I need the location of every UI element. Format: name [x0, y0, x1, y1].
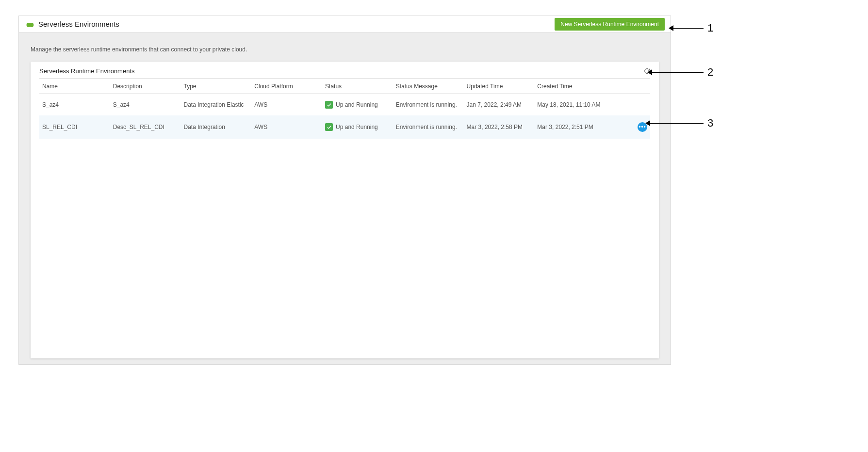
- annotation-callout-1: 1: [669, 22, 713, 34]
- cell-status: Up and Running: [322, 115, 393, 139]
- cell-cloud-platform: AWS: [251, 115, 322, 139]
- annotation-callout-2: 2: [647, 66, 713, 79]
- cell-status-message: Environment is running.: [393, 115, 464, 139]
- cell-created-time: May 18, 2021, 11:10 AM: [534, 94, 624, 116]
- cell-status-message: Environment is running.: [393, 94, 464, 116]
- panel-title: Serverless Runtime Environments: [39, 67, 135, 75]
- header-left: Serverless Environments: [26, 20, 119, 29]
- col-header-created-time[interactable]: Created Time: [534, 79, 624, 94]
- cell-description: Desc_SL_REL_CDI: [110, 115, 181, 139]
- cell-status: Up and Running: [322, 94, 393, 116]
- check-icon: [325, 101, 333, 109]
- new-environment-button[interactable]: New Serverless Runtime Environment: [555, 18, 665, 31]
- col-header-cloud-platform[interactable]: Cloud Platform: [251, 79, 322, 94]
- table-row[interactable]: SL_REL_CDI Desc_SL_REL_CDI Data Integrat…: [39, 115, 650, 139]
- col-header-status-message[interactable]: Status Message: [393, 79, 464, 94]
- col-header-name[interactable]: Name: [39, 79, 110, 94]
- content-area: Manage the serverless runtime environmen…: [19, 32, 671, 364]
- cell-description: S_az4: [110, 94, 181, 116]
- page-title: Serverless Environments: [38, 20, 119, 28]
- cell-type: Data Integration Elastic: [181, 94, 252, 116]
- page-subtitle: Manage the serverless runtime environmen…: [31, 46, 659, 53]
- app-frame: Serverless Environments New Serverless R…: [18, 16, 671, 365]
- col-header-status[interactable]: Status: [322, 79, 393, 94]
- cell-cloud-platform: AWS: [251, 94, 322, 116]
- cell-updated-time: Jan 7, 2022, 2:49 AM: [464, 94, 535, 116]
- serverless-icon: [26, 20, 34, 29]
- cell-actions: [624, 94, 650, 116]
- check-icon: [325, 123, 333, 131]
- table-header-row: Name Description Type Cloud Platform Sta…: [39, 79, 650, 94]
- environments-table: Name Description Type Cloud Platform Sta…: [39, 79, 650, 139]
- col-header-description[interactable]: Description: [110, 79, 181, 94]
- annotation-callout-3: 3: [645, 117, 713, 129]
- cell-type: Data Integration: [181, 115, 252, 139]
- svg-rect-2: [27, 23, 33, 24]
- panel-header: Serverless Runtime Environments: [31, 67, 659, 79]
- cell-created-time: Mar 3, 2022, 2:51 PM: [534, 115, 624, 139]
- page-header: Serverless Environments New Serverless R…: [19, 16, 671, 32]
- cell-name: S_az4: [39, 94, 110, 116]
- cell-updated-time: Mar 3, 2022, 2:58 PM: [464, 115, 535, 139]
- table-row[interactable]: S_az4 S_az4 Data Integration Elastic AWS…: [39, 94, 650, 116]
- col-header-updated-time[interactable]: Updated Time: [464, 79, 535, 94]
- cell-name: SL_REL_CDI: [39, 115, 110, 139]
- status-text: Up and Running: [336, 101, 378, 108]
- col-header-type[interactable]: Type: [181, 79, 252, 94]
- status-text: Up and Running: [336, 124, 378, 130]
- col-header-actions: [624, 79, 650, 94]
- environments-panel: Serverless Runtime Environments Name Des…: [31, 62, 659, 358]
